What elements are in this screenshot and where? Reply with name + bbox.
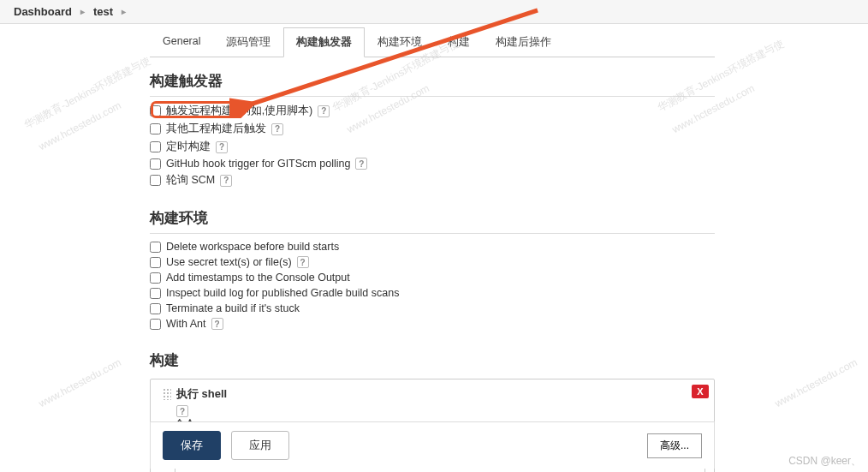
env-inspect-checkbox[interactable] bbox=[150, 288, 161, 299]
env-terminate-row[interactable]: Terminate a build if it's stuck bbox=[150, 301, 715, 316]
env-secret-label: Use secret text(s) or file(s) bbox=[166, 256, 292, 268]
drag-handle-icon[interactable] bbox=[163, 388, 171, 400]
trigger-timed-label: 定时构建 bbox=[166, 140, 211, 154]
tab-post[interactable]: 构建后操作 bbox=[483, 27, 564, 57]
env-delete-ws-row[interactable]: Delete workspace before build starts bbox=[150, 239, 715, 254]
env-terminate-checkbox[interactable] bbox=[150, 303, 161, 314]
watermark-text: 华测教育-Jenkins环境搭建与使 bbox=[22, 53, 153, 132]
help-icon[interactable]: ? bbox=[355, 158, 367, 170]
action-bar: 保存 应用 高级... bbox=[150, 421, 715, 469]
tab-build[interactable]: 构建 bbox=[435, 27, 483, 57]
section-title-triggers: 构建触发器 bbox=[150, 63, 715, 97]
trigger-github-row[interactable]: GitHub hook trigger for GITScm polling ? bbox=[150, 156, 715, 171]
env-timestamps-row[interactable]: Add timestamps to the Console Output bbox=[150, 270, 715, 285]
build-step-title: 执行 shell bbox=[176, 386, 227, 402]
env-secret-checkbox[interactable] bbox=[150, 257, 161, 268]
env-withant-row[interactable]: With Ant ? bbox=[150, 316, 715, 332]
section-title-build: 构建 bbox=[150, 342, 715, 375]
trigger-github-checkbox[interactable] bbox=[150, 158, 161, 170]
breadcrumb: Dashboard ▸ test ▸ bbox=[0, 0, 868, 24]
env-terminate-label: Terminate a build if it's stuck bbox=[166, 302, 300, 314]
delete-build-step-button[interactable]: X bbox=[692, 385, 709, 398]
breadcrumb-project[interactable]: test bbox=[93, 5, 113, 18]
tab-general[interactable]: General bbox=[150, 27, 213, 57]
section-title-env: 构建环境 bbox=[150, 200, 715, 234]
trigger-remote-checkbox[interactable] bbox=[150, 105, 161, 117]
env-delete-ws-label: Delete workspace before build starts bbox=[166, 241, 339, 253]
env-delete-ws-checkbox[interactable] bbox=[150, 242, 161, 253]
trigger-after-row[interactable]: 其他工程构建后触发 ? bbox=[150, 120, 715, 138]
watermark-text: www.hctestedu.com bbox=[37, 99, 123, 152]
trigger-timed-row[interactable]: 定时构建 ? bbox=[150, 138, 715, 156]
env-withant-label: With Ant bbox=[166, 318, 206, 330]
advanced-button[interactable]: 高级... bbox=[647, 433, 702, 458]
trigger-after-label: 其他工程构建后触发 bbox=[166, 122, 266, 136]
trigger-github-label: GitHub hook trigger for GITScm polling bbox=[166, 158, 350, 170]
help-icon[interactable]: ? bbox=[318, 105, 330, 117]
trigger-poll-checkbox[interactable] bbox=[150, 175, 161, 186]
env-secret-row[interactable]: Use secret text(s) or file(s) ? bbox=[150, 254, 715, 270]
save-button[interactable]: 保存 bbox=[163, 431, 221, 460]
csdn-watermark: CSDN @keer、 bbox=[788, 454, 861, 469]
help-icon[interactable]: ? bbox=[216, 141, 228, 153]
apply-button[interactable]: 应用 bbox=[231, 431, 289, 460]
help-icon[interactable]: ? bbox=[211, 318, 223, 330]
help-icon[interactable]: ? bbox=[220, 175, 232, 187]
trigger-remote-label: 触发远程构建 (例如,使用脚本) bbox=[166, 104, 312, 118]
chevron-right-icon: ▸ bbox=[80, 7, 85, 16]
trigger-after-checkbox[interactable] bbox=[150, 123, 161, 134]
env-withant-checkbox[interactable] bbox=[150, 319, 161, 330]
env-inspect-label: Inspect build log for published Gradle b… bbox=[166, 287, 399, 299]
tab-env[interactable]: 构建环境 bbox=[365, 27, 435, 57]
env-inspect-row[interactable]: Inspect build log for published Gradle b… bbox=[150, 285, 715, 301]
trigger-poll-row[interactable]: 轮询 SCM ? bbox=[150, 171, 715, 189]
trigger-poll-label: 轮询 SCM bbox=[166, 173, 215, 188]
tab-scm[interactable]: 源码管理 bbox=[213, 27, 283, 57]
help-icon[interactable]: ? bbox=[297, 256, 309, 268]
trigger-remote-row[interactable]: 触发远程构建 (例如,使用脚本) ? bbox=[150, 102, 715, 120]
config-tabs: General 源码管理 构建触发器 构建环境 构建 构建后操作 bbox=[150, 27, 715, 57]
tab-triggers[interactable]: 构建触发器 bbox=[283, 27, 365, 57]
breadcrumb-dashboard[interactable]: Dashboard bbox=[14, 5, 72, 18]
help-icon[interactable]: ? bbox=[176, 405, 188, 417]
watermark-text: www.hctestedu.com bbox=[37, 356, 123, 409]
trigger-timed-checkbox[interactable] bbox=[150, 141, 161, 152]
chevron-right-icon: ▸ bbox=[122, 7, 126, 16]
watermark-text: www.hctestedu.com bbox=[773, 356, 859, 409]
env-timestamps-checkbox[interactable] bbox=[150, 272, 161, 284]
env-timestamps-label: Add timestamps to the Console Output bbox=[166, 272, 350, 284]
help-icon[interactable]: ? bbox=[271, 123, 283, 135]
